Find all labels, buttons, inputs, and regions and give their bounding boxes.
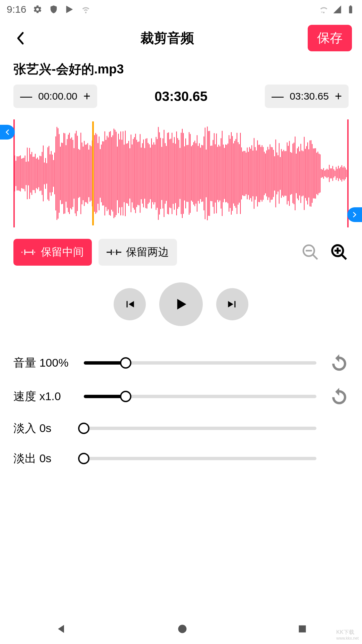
svg-rect-311 — [299, 626, 306, 633]
waveform[interactable] — [0, 121, 362, 225]
play-button[interactable] — [159, 282, 203, 326]
back-button[interactable] — [13, 32, 27, 45]
end-time-control: — 03:30.65 + — [265, 85, 349, 108]
start-time-value: 00:00.00 — [38, 91, 77, 102]
wifi-question-icon — [81, 5, 90, 14]
keep-middle-label: 保留中间 — [41, 245, 84, 260]
svg-point-310 — [178, 625, 186, 633]
fadeout-row: 淡出 0s — [13, 443, 349, 474]
skip-start-button[interactable] — [114, 288, 146, 320]
skip-end-button[interactable] — [216, 288, 248, 320]
signal-icon — [333, 5, 342, 14]
volume-thumb[interactable] — [120, 357, 131, 369]
svg-text:×: × — [321, 10, 323, 14]
zoom-out-button[interactable] — [301, 243, 320, 262]
volume-row: 音量 100% — [13, 346, 349, 380]
zoom-in-button[interactable] — [330, 243, 349, 262]
status-bar: 9:16 × — [0, 0, 362, 19]
playback-controls — [0, 266, 362, 339]
start-minus-button[interactable]: — — [20, 89, 32, 103]
speed-slider[interactable] — [84, 395, 316, 398]
speed-label: 速度 x1.0 — [13, 389, 80, 404]
start-time-control: — 00:00.00 + — [13, 85, 97, 108]
end-time-value: 03:30.65 — [290, 91, 329, 102]
playhead[interactable] — [92, 121, 94, 225]
end-minus-button[interactable]: — — [272, 89, 284, 103]
sliders-section: 音量 100% 速度 x1.0 淡入 0s 淡出 0s — [0, 339, 362, 474]
system-nav-bar — [0, 614, 362, 644]
fadeout-label: 淡出 0s — [13, 451, 80, 466]
keep-middle-button[interactable]: 保留中间 — [13, 239, 92, 266]
page-title: 裁剪音频 — [140, 29, 194, 47]
keep-sides-label: 保留两边 — [126, 245, 169, 260]
speed-thumb[interactable] — [120, 391, 131, 402]
svg-line-305 — [313, 255, 317, 259]
keep-sides-icon — [107, 248, 121, 256]
shield-icon — [49, 5, 58, 14]
fadeout-thumb[interactable] — [78, 453, 89, 464]
status-time: 9:16 — [7, 4, 26, 15]
watermark: KK下载 www.kkx.net — [336, 629, 359, 641]
scroll-left-tab[interactable] — [0, 125, 15, 140]
play-store-icon — [65, 5, 74, 14]
speed-row: 速度 x1.0 — [13, 380, 349, 413]
gear-icon — [33, 5, 42, 14]
fadeout-slider[interactable] — [84, 457, 316, 460]
start-plus-button[interactable]: + — [83, 89, 90, 103]
keep-middle-icon — [21, 248, 36, 256]
speed-reset-button[interactable] — [330, 387, 349, 406]
nav-home-icon[interactable] — [177, 624, 187, 634]
save-button[interactable]: 保存 — [308, 25, 352, 51]
volume-slider[interactable] — [84, 361, 316, 365]
end-plus-button[interactable]: + — [335, 89, 342, 103]
wifi-off-icon: × — [319, 5, 328, 14]
volume-reset-button[interactable] — [330, 354, 349, 372]
file-name: 张艺兴-会好的.mp3 — [0, 57, 362, 85]
fadein-row: 淡入 0s — [13, 413, 349, 443]
svg-line-309 — [342, 255, 346, 259]
waveform-svg — [0, 121, 362, 225]
mode-row: 保留中间 保留两边 — [0, 225, 362, 266]
battery-icon — [346, 5, 355, 14]
time-controls: — 00:00.00 + 03:30.65 — 03:30.65 + — [0, 85, 362, 118]
total-duration: 03:30.65 — [155, 89, 207, 104]
volume-label: 音量 100% — [13, 355, 80, 371]
nav-recent-icon[interactable] — [298, 624, 307, 634]
scroll-right-tab[interactable] — [347, 207, 362, 222]
fadein-slider[interactable] — [84, 427, 316, 430]
header: 裁剪音频 保存 — [0, 19, 362, 57]
fadein-thumb[interactable] — [78, 423, 89, 434]
nav-back-icon[interactable] — [55, 623, 67, 635]
fadein-label: 淡入 0s — [13, 421, 80, 436]
keep-sides-button[interactable]: 保留两边 — [99, 239, 177, 266]
